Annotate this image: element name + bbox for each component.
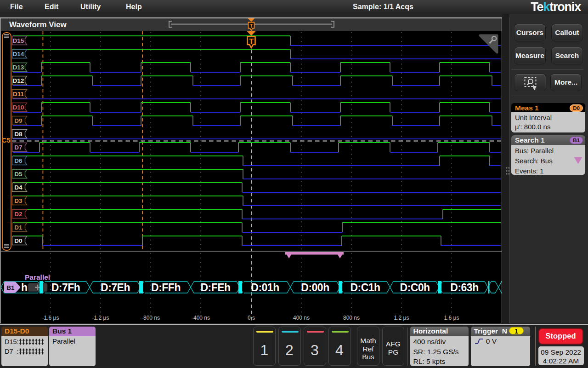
svg-text:D15: D15: [13, 37, 24, 44]
svg-text:D:63h: D:63h: [450, 282, 478, 293]
svg-text:1.2 µs: 1.2 µs: [394, 315, 409, 321]
svg-text:-800 ns: -800 ns: [141, 315, 160, 321]
svg-text:D1: D1: [14, 224, 23, 231]
svg-text:800 ns: 800 ns: [343, 315, 360, 321]
svg-text:D2: D2: [14, 211, 22, 218]
svg-text:C5: C5: [2, 137, 11, 144]
svg-text:D:01h: D:01h: [251, 282, 279, 293]
svg-text:D:C0h: D:C0h: [400, 282, 430, 293]
svg-text:h: h: [21, 282, 28, 293]
svg-text:1.6 µs: 1.6 µs: [444, 315, 459, 321]
svg-text:-1.2 µs: -1.2 µs: [92, 315, 109, 321]
svg-text:D:FFh: D:FFh: [151, 282, 181, 293]
svg-text:D8: D8: [14, 131, 23, 138]
svg-text:D13: D13: [13, 64, 24, 71]
svg-text:D0: D0: [14, 237, 22, 244]
svg-text:D4: D4: [14, 184, 23, 191]
svg-text:-1.6 µs: -1.6 µs: [42, 315, 59, 321]
svg-text:D7: D7: [14, 144, 22, 151]
svg-text:D:00h: D:00h: [301, 282, 329, 293]
svg-text:D14: D14: [13, 51, 24, 58]
svg-text:D:C1h: D:C1h: [350, 282, 380, 293]
svg-text:T: T: [249, 37, 254, 46]
svg-text:D9: D9: [14, 117, 22, 124]
svg-text:Parallel: Parallel: [25, 273, 50, 281]
svg-text:D10: D10: [13, 104, 24, 111]
svg-text:0 s: 0 s: [248, 315, 255, 321]
svg-text:-400 ns: -400 ns: [192, 315, 210, 321]
svg-text:B1: B1: [6, 284, 15, 291]
svg-text:D:7Eh: D:7Eh: [101, 282, 130, 293]
svg-text:D11: D11: [13, 91, 24, 98]
svg-text:400 ns: 400 ns: [293, 315, 310, 321]
svg-text:D:FEh: D:FEh: [200, 282, 230, 293]
svg-text:D6: D6: [14, 157, 23, 164]
svg-text:D12: D12: [13, 77, 24, 84]
svg-text:D5: D5: [14, 171, 23, 178]
svg-text:D3: D3: [14, 197, 23, 204]
svg-text:T: T: [249, 23, 253, 29]
svg-text:Waveform View: Waveform View: [9, 20, 67, 29]
svg-text:D:7Fh: D:7Fh: [51, 282, 80, 293]
